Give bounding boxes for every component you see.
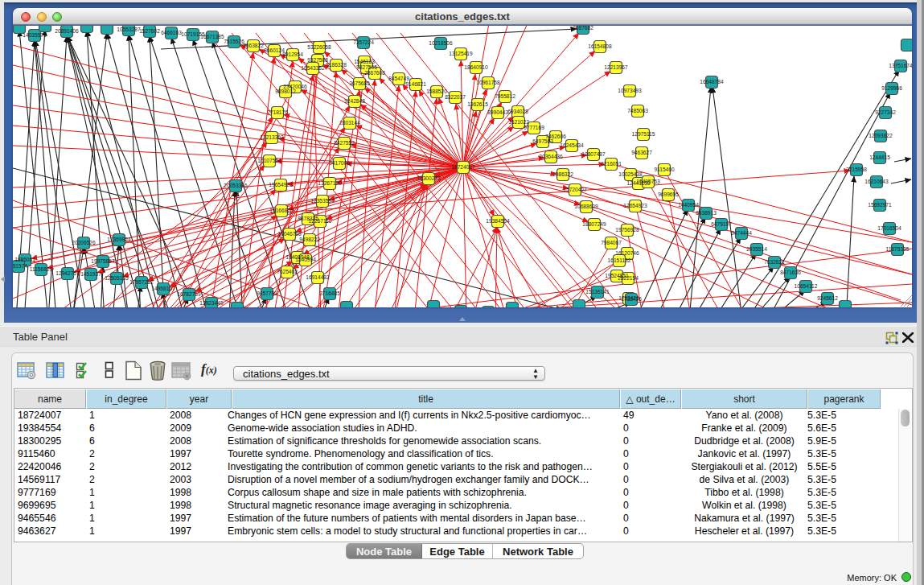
svg-text:16782759: 16782759 <box>177 291 201 297</box>
svg-text:13125419: 13125419 <box>449 51 473 56</box>
svg-text:7984067: 7984067 <box>601 240 622 245</box>
svg-text:1546123: 1546123 <box>354 59 375 64</box>
svg-text:8938913: 8938913 <box>696 210 717 216</box>
svg-text:1621022: 1621022 <box>508 119 529 125</box>
svg-text:10553287: 10553287 <box>117 27 141 32</box>
svg-text:17016504: 17016504 <box>877 225 901 231</box>
svg-text:20053346: 20053346 <box>224 183 248 188</box>
svg-text:18640910: 18640910 <box>464 64 488 70</box>
svg-text:15495753: 15495753 <box>636 179 660 184</box>
svg-text:10218506: 10218506 <box>429 40 453 46</box>
svg-text:8471636: 8471636 <box>780 270 801 275</box>
svg-text:2986322: 2986322 <box>552 171 573 177</box>
svg-text:12213967: 12213967 <box>604 64 628 70</box>
svg-text:9457791: 9457791 <box>257 290 277 296</box>
svg-text:12213363: 12213363 <box>260 134 284 140</box>
svg-text:1527602: 1527602 <box>139 28 160 34</box>
svg-text:1362615: 1362615 <box>467 101 488 107</box>
svg-text:9417006: 9417006 <box>329 160 350 166</box>
svg-text:8912954: 8912954 <box>282 51 303 57</box>
svg-text:1885061: 1885061 <box>14 257 35 262</box>
svg-text:10973493: 10973493 <box>618 88 642 93</box>
svg-text:6479197: 6479197 <box>711 221 732 227</box>
svg-text:7955812: 7955812 <box>495 93 515 99</box>
svg-text:1244415: 1244415 <box>869 154 890 160</box>
svg-text:9474444: 9474444 <box>731 230 752 236</box>
svg-text:16120746: 16120746 <box>615 250 639 256</box>
svg-text:9245612: 9245612 <box>817 295 838 301</box>
svg-text:15136141: 15136141 <box>585 289 610 295</box>
svg-text:7485063: 7485063 <box>627 108 648 113</box>
svg-text:8186328: 8186328 <box>326 62 347 68</box>
svg-text:10046768: 10046768 <box>277 231 302 237</box>
svg-text:9129966: 9129966 <box>881 85 902 91</box>
svg-text:12267110: 12267110 <box>309 218 332 224</box>
svg-text:12353594: 12353594 <box>310 198 335 204</box>
svg-text:8454749: 8454749 <box>388 76 409 81</box>
svg-text:9898012: 9898012 <box>275 89 296 94</box>
svg-text:18807249: 18807249 <box>582 221 606 227</box>
svg-text:20891406: 20891406 <box>55 28 79 34</box>
svg-text:1451937: 1451937 <box>80 271 101 277</box>
svg-text:12093822: 12093822 <box>869 133 893 138</box>
svg-text:9146821: 9146821 <box>405 81 426 87</box>
svg-text:7625402: 7625402 <box>277 269 298 274</box>
svg-text:2522154: 2522154 <box>618 275 639 281</box>
svg-text:14035571: 14035571 <box>23 32 47 38</box>
svg-text:12505135: 12505135 <box>105 275 129 281</box>
svg-text:17957252: 17957252 <box>129 279 154 285</box>
svg-text:19384554: 19384554 <box>486 218 510 224</box>
svg-text:9227342: 9227342 <box>875 109 896 115</box>
svg-text:9777169: 9777169 <box>524 125 544 130</box>
svg-text:9327505: 9327505 <box>356 64 377 70</box>
svg-text:10654112: 10654112 <box>795 283 818 289</box>
svg-text:10025438: 10025438 <box>618 171 643 177</box>
svg-text:1588520: 1588520 <box>426 89 447 94</box>
svg-text:16151132: 16151132 <box>608 257 631 263</box>
svg-text:53226058: 53226058 <box>307 44 331 50</box>
svg-text:8990443: 8990443 <box>487 109 508 115</box>
svg-text:7515526: 7515526 <box>224 39 244 44</box>
svg-text:13267130: 13267130 <box>318 180 342 186</box>
svg-text:19975867: 19975867 <box>91 258 115 264</box>
svg-text:3716485: 3716485 <box>319 290 340 296</box>
svg-text:2867608: 2867608 <box>364 70 385 76</box>
svg-text:18724007: 18724007 <box>451 164 475 170</box>
svg-text:16543362: 16543362 <box>301 65 325 71</box>
svg-text:20364436: 20364436 <box>539 154 563 159</box>
svg-text:6216051: 6216051 <box>601 161 622 167</box>
svg-text:11156829: 11156829 <box>30 266 53 272</box>
svg-text:9498222: 9498222 <box>299 237 320 242</box>
svg-text:1440954: 1440954 <box>678 202 699 208</box>
svg-text:9242848: 9242848 <box>344 98 365 104</box>
svg-text:19300273: 19300273 <box>417 175 441 181</box>
svg-text:16107554: 16107554 <box>257 158 281 163</box>
svg-text:10688609: 10688609 <box>574 204 598 209</box>
svg-text:7357224: 7357224 <box>353 39 374 45</box>
svg-text:8427552: 8427552 <box>334 140 355 146</box>
svg-text:8322037: 8322037 <box>445 94 466 100</box>
svg-text:17359924: 17359924 <box>107 237 131 242</box>
svg-text:391574: 391574 <box>13 263 27 269</box>
svg-text:1540994: 1540994 <box>295 257 316 262</box>
svg-text:7663822: 7663822 <box>243 43 264 48</box>
svg-text:16671385: 16671385 <box>200 34 224 39</box>
svg-text:16210643: 16210643 <box>864 179 889 184</box>
svg-text:2718176: 2718176 <box>267 109 288 115</box>
svg-text:12975115: 12975115 <box>632 131 655 137</box>
svg-text:20206526: 20206526 <box>72 240 96 245</box>
svg-text:6466163: 6466163 <box>161 30 182 35</box>
svg-text:3215958: 3215958 <box>846 167 867 172</box>
svg-text:3675685: 3675685 <box>349 80 370 86</box>
svg-text:16245434: 16245434 <box>560 142 584 148</box>
svg-text:15692971: 15692971 <box>868 202 892 208</box>
svg-text:10961758: 10961758 <box>476 80 500 85</box>
svg-text:19654923: 19654923 <box>269 182 293 187</box>
svg-text:19756928: 19756928 <box>615 227 639 233</box>
svg-text:2935514: 2935514 <box>746 246 767 252</box>
svg-text:9463627: 9463627 <box>631 150 652 155</box>
svg-text:13751674: 13751674 <box>889 63 912 68</box>
svg-text:10807487: 10807487 <box>581 151 606 157</box>
svg-text:2803144: 2803144 <box>339 120 360 126</box>
svg-text:16648784: 16648784 <box>700 79 724 84</box>
